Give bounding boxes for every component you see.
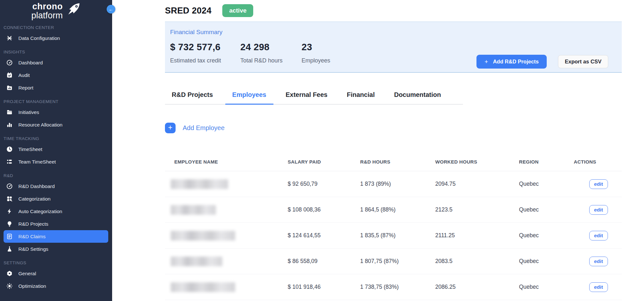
audit-icon — [6, 72, 13, 79]
sidebar-item-r-d-dashboard[interactable]: R&D Dashboard — [0, 180, 112, 193]
sidebar-nav: CONNECTION CENTERData ConfigurationINSIG… — [0, 22, 112, 292]
cell-rd-hours: 1 873 (89%) — [360, 181, 435, 187]
sidebar-section-r-d: R&DR&D DashboardCategorizationAuto Categ… — [0, 170, 112, 255]
plus-icon: + — [168, 124, 172, 131]
sidebar-section-label: SETTINGS — [0, 258, 112, 267]
sidebar-item-general[interactable]: General — [0, 267, 112, 280]
cell-rd-hours: 1 835,5 (87%) — [360, 232, 435, 239]
sidebar-section-settings: SETTINGSGeneralOptimization — [0, 258, 112, 292]
cell-employee-name — [165, 179, 288, 189]
cell-worked-hours: 2086.25 — [435, 284, 519, 290]
sidebar-item-team-timesheet[interactable]: Team TimeSheet — [0, 155, 112, 168]
rocket-logo-icon — [66, 2, 81, 18]
export-csv-button[interactable]: Export as CSV — [558, 55, 608, 68]
cell-salary-paid: $ 101 918,46 — [288, 284, 360, 290]
add-rd-projects-label: Add R&D Projects — [493, 59, 539, 65]
tab-documentation[interactable]: Documentation — [394, 91, 441, 104]
sidebar-item-resource-allocation[interactable]: Resource Allocation — [0, 118, 112, 131]
stat-total-rd-hours: 24 298 Total R&D hours — [240, 42, 302, 64]
sidebar-item-categorization[interactable]: Categorization — [0, 193, 112, 205]
sidebar-item-label: Categorization — [18, 196, 51, 202]
edit-button[interactable]: edit — [589, 282, 608, 292]
sidebar-item-audit[interactable]: Audit — [0, 69, 112, 81]
edit-button[interactable]: edit — [589, 205, 608, 215]
cell-region: Quebec — [519, 284, 574, 290]
data-config-icon — [6, 35, 13, 42]
cell-rd-hours: 1 807,75 (87%) — [360, 258, 435, 265]
table-row: $ 101 918,461 738,75 (83%)2086.25Quebece… — [165, 274, 622, 300]
column-header-r-d-hours: R&D HOURS — [360, 159, 435, 165]
add-rd-projects-button[interactable]: + Add R&D Projects — [476, 55, 547, 69]
optimization-icon — [6, 283, 13, 289]
sidebar-item-initiatives[interactable]: Initiatives — [0, 106, 112, 118]
sidebar-item-r-d-projects[interactable]: R&D Projects — [0, 218, 112, 230]
cell-employee-name — [165, 205, 288, 215]
employees-table-body: $ 92 650,791 873 (89%)2094.75Quebecedit$… — [165, 171, 622, 300]
edit-button[interactable]: edit — [589, 179, 608, 189]
redacted-employee-name — [171, 282, 235, 292]
sidebar-item-auto-categorization[interactable]: Auto Categorization — [0, 205, 112, 218]
edit-button[interactable]: edit — [589, 231, 608, 240]
sidebar-section-connection-center: CONNECTION CENTERData Configuration — [0, 22, 112, 44]
sidebar-collapse-button[interactable]: ← — [107, 5, 115, 14]
categorization-icon — [6, 195, 13, 202]
rd-claims-icon — [6, 233, 13, 240]
tab-employees[interactable]: Employees — [232, 91, 266, 104]
tab-r-d-projects[interactable]: R&D Projects — [172, 91, 213, 104]
cell-region: Quebec — [519, 181, 574, 187]
sidebar-item-r-d-claims[interactable]: R&D Claims — [4, 230, 108, 243]
table-row: $ 86 558,091 807,75 (87%)2083.5Quebecedi… — [165, 249, 622, 274]
stat-label: Estimated tax credit — [170, 57, 240, 64]
stat-estimated-tax-credit: $ 732 577,6 Estimated tax credit — [170, 42, 240, 64]
cell-worked-hours: 2083.5 — [435, 258, 519, 265]
sidebar-item-label: Report — [18, 85, 34, 91]
cell-region: Quebec — [519, 206, 574, 213]
cell-salary-paid: $ 92 650,79 — [288, 181, 360, 187]
cell-salary-paid: $ 108 008,36 — [288, 206, 360, 213]
redacted-employee-name — [171, 257, 222, 266]
sidebar-item-label: Dashboard — [18, 60, 43, 66]
sidebar-item-label: R&D Projects — [18, 221, 48, 227]
sidebar-item-label: R&D Claims — [18, 234, 45, 240]
add-employee-button[interactable]: + — [165, 123, 176, 133]
cell-region: Quebec — [519, 232, 574, 239]
stat-value: 23 — [302, 42, 330, 52]
sidebar-section-project-management: PROJECT MANAGEMENTInitiativesResource Al… — [0, 96, 112, 131]
cell-rd-hours: 1 864,5 (88%) — [360, 206, 435, 213]
add-employee-label[interactable]: Add Employee — [183, 124, 225, 132]
sidebar-item-label: General — [18, 271, 36, 277]
sidebar-item-optimization[interactable]: Optimization — [0, 280, 112, 292]
sidebar-item-label: Data Configuration — [18, 35, 60, 41]
sidebar-item-label: TimeSheet — [18, 146, 42, 152]
sidebar-item-timesheet[interactable]: TimeSheet — [0, 143, 112, 155]
stat-label: Employees — [302, 57, 330, 64]
cell-salary-paid: $ 124 614,55 — [288, 232, 360, 239]
edit-button[interactable]: edit — [589, 257, 608, 266]
arrow-left-icon: ← — [109, 6, 113, 12]
column-header-actions: ACTIONS — [574, 159, 622, 165]
tab-external-fees[interactable]: External Fees — [285, 91, 327, 104]
sidebar-item-data-configuration[interactable]: Data Configuration — [0, 32, 112, 44]
status-badge: active — [222, 4, 253, 17]
cell-salary-paid: $ 86 558,09 — [288, 258, 360, 265]
app-logo-line2: platform — [31, 11, 63, 20]
column-header-employee-name: EMPLOYEE NAME — [165, 159, 288, 165]
cell-actions: edit — [574, 205, 622, 215]
sidebar-item-label: R&D Dashboard — [18, 183, 55, 189]
timesheet-icon — [6, 146, 13, 153]
cell-employee-name — [165, 231, 288, 240]
sidebar-item-dashboard[interactable]: Dashboard — [0, 56, 112, 69]
cell-employee-name — [165, 257, 288, 266]
tab-financial[interactable]: Financial — [347, 91, 375, 104]
cell-worked-hours: 2094.75 — [435, 181, 519, 187]
sidebar-item-r-d-settings[interactable]: R&D Settings — [0, 243, 112, 255]
stat-employees: 23 Employees — [302, 42, 330, 64]
sidebar-section-label: CONNECTION CENTER — [0, 22, 112, 32]
rd-projects-icon — [6, 221, 13, 227]
cell-actions: edit — [574, 179, 622, 189]
sidebar-item-report[interactable]: Report — [0, 81, 112, 94]
cell-worked-hours: 2111.25 — [435, 232, 519, 239]
redacted-employee-name — [171, 179, 228, 189]
initiatives-icon — [6, 109, 13, 116]
tab-bar: R&D ProjectsEmployeesExternal FeesFinanc… — [165, 91, 463, 105]
